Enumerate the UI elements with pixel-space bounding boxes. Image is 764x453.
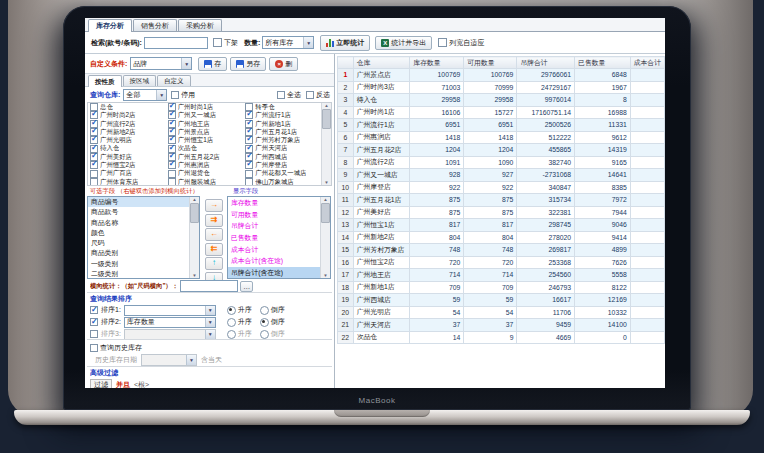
table-row[interactable]: 3待入仓299582995899760148 xyxy=(338,94,665,107)
checkbox-icon[interactable] xyxy=(168,103,176,111)
checkbox-icon[interactable] xyxy=(90,120,98,128)
column-header[interactable]: 吊牌合计 xyxy=(517,57,575,69)
tab-库存分析[interactable]: 库存分析 xyxy=(88,19,132,32)
display-field-item[interactable]: 可用数量 xyxy=(228,209,320,221)
table-row[interactable]: 7广州五月花2店1204120445586514319 xyxy=(338,144,665,157)
scroll-down-icon[interactable]: ▼ xyxy=(324,180,328,185)
filter-tab-自定义[interactable]: 自定义 xyxy=(157,75,191,86)
filter-chip[interactable]: 过滤 xyxy=(90,379,112,389)
scroll-up-icon[interactable]: ▲ xyxy=(324,103,328,108)
remove-all-fields-button[interactable]: ⇇ xyxy=(205,243,223,256)
sort-checkbox[interactable] xyxy=(90,330,98,338)
warehouse-checkbox-item[interactable]: 广州又一城店 xyxy=(166,111,244,119)
run-stats-button[interactable]: 立即统计 xyxy=(320,35,370,51)
checkbox-icon[interactable] xyxy=(90,103,98,111)
table-row[interactable]: 13广州恒宝1店8178172987459046 xyxy=(338,219,665,232)
table-row[interactable]: 11广州五月花1店8758753157347972 xyxy=(338,194,665,207)
table-row[interactable]: 16广州恒宝2店7207202533687626 xyxy=(338,256,665,269)
checkbox-icon[interactable] xyxy=(168,145,176,153)
available-field-item[interactable]: 颜色 xyxy=(88,228,189,238)
descending-radio[interactable]: 倒序 xyxy=(260,317,285,327)
delete-condition-button[interactable]: × 删 xyxy=(269,57,298,71)
available-field-item[interactable]: 二级类别 xyxy=(88,269,189,278)
disabled-warehouse-checkbox[interactable]: 停用 xyxy=(171,90,195,100)
checkbox-icon[interactable] xyxy=(245,170,253,178)
radio-icon[interactable] xyxy=(227,318,236,327)
warehouse-checkbox-item[interactable]: 广州时尚2店 xyxy=(88,111,166,119)
scrollbar-thumb[interactable] xyxy=(190,203,199,223)
checkbox-icon[interactable] xyxy=(90,128,98,136)
tab-销售分析[interactable]: 销售分析 xyxy=(133,19,177,31)
available-field-item[interactable]: 商品名称 xyxy=(88,218,189,228)
radio-icon[interactable] xyxy=(260,306,269,315)
warehouse-checkbox-item[interactable]: 广州芳村万象店 xyxy=(243,136,321,144)
warehouse-checkbox-item[interactable]: 广州五月花2店 xyxy=(166,153,244,161)
scrollbar-thumb[interactable] xyxy=(321,203,330,223)
table-row[interactable]: 10广州摩登店9229223408478385 xyxy=(338,181,665,194)
column-header[interactable]: 库存数量 xyxy=(410,57,464,69)
cross-stat-input[interactable] xyxy=(180,280,238,292)
checkbox-icon[interactable] xyxy=(245,120,253,128)
table-row[interactable]: 1广州景点店100769100769297660616848 xyxy=(338,69,665,82)
table-row[interactable]: 20广州光明店54541170610332 xyxy=(338,306,665,319)
sort-field-select[interactable]: 库存数量▼ xyxy=(124,317,216,328)
table-row[interactable]: 21广州天河店3737945914100 xyxy=(338,319,665,332)
warehouse-checkbox-item[interactable]: 广州花都又一城店 xyxy=(243,169,321,177)
checkbox-icon[interactable] xyxy=(90,111,98,119)
add-field-button[interactable]: → xyxy=(205,199,223,212)
table-row[interactable]: 4广州时尚1店161061572717160751.1416988 xyxy=(338,106,665,119)
checkbox-icon[interactable] xyxy=(168,111,176,119)
warehouse-checkbox-item[interactable]: 广州流行2店 xyxy=(88,120,166,128)
table-row[interactable]: 12广州美好店8758753223817944 xyxy=(338,206,665,219)
checkbox-icon[interactable] xyxy=(168,120,176,128)
checkbox-icon[interactable] xyxy=(168,153,176,161)
save-condition-button[interactable]: 存 xyxy=(198,57,227,71)
table-row[interactable]: 9广州又一城店928927-273106814641 xyxy=(338,169,665,182)
scrollbar-thumb[interactable] xyxy=(322,109,331,129)
move-up-button[interactable]: ↑ xyxy=(205,257,223,270)
warehouse-checkbox-item[interactable]: 广州体育东店 xyxy=(88,178,166,185)
table-row[interactable]: 8广州流行2店109110903827409165 xyxy=(338,156,665,169)
history-checkbox-box[interactable] xyxy=(90,344,98,352)
display-field-item[interactable]: 成本合计(含在途) xyxy=(228,255,320,267)
select-all-box[interactable] xyxy=(277,91,285,99)
display-field-item[interactable]: 吊牌合计(含在途) xyxy=(228,267,320,278)
add-all-fields-button[interactable]: ⇉ xyxy=(205,214,223,227)
offshelf-checkbox[interactable]: 下架 xyxy=(213,38,238,48)
warehouse-checkbox-item[interactable]: 广州新地2店 xyxy=(88,128,166,136)
column-header[interactable]: 仓库 xyxy=(353,57,410,69)
checkbox-icon[interactable] xyxy=(245,178,253,185)
table-row[interactable]: 15广州芳村万象店7487482698174899 xyxy=(338,244,665,257)
checkbox-icon[interactable] xyxy=(90,153,98,161)
qty-select[interactable]: 所有库存 ▼ xyxy=(262,36,314,49)
scroll-down-icon[interactable]: ▼ xyxy=(192,273,196,278)
column-header[interactable]: 成本合计 xyxy=(630,57,664,69)
warehouse-checkbox-item[interactable]: 广州景点店 xyxy=(166,128,244,136)
checkbox-icon[interactable] xyxy=(168,178,176,185)
warehouse-checkbox-item[interactable]: 佛山万象城店 xyxy=(243,178,321,185)
autofit-checkbox-box[interactable] xyxy=(438,38,447,47)
checkbox-icon[interactable] xyxy=(90,178,98,185)
warehouse-checkbox-item[interactable]: 广州西城店 xyxy=(243,153,321,161)
warehouse-checkbox-item[interactable]: 广州五月花1店 xyxy=(243,128,321,136)
disabled-warehouse-box[interactable] xyxy=(171,91,179,99)
filter-tab-按区域[interactable]: 按区域 xyxy=(123,75,157,86)
sort-checkbox[interactable] xyxy=(90,306,98,314)
save-as-condition-button[interactable]: 另存 xyxy=(230,57,266,71)
display-field-item[interactable]: 库存数量 xyxy=(228,197,320,209)
checkbox-icon[interactable] xyxy=(90,136,98,144)
checkbox-icon[interactable] xyxy=(245,103,253,111)
warehouse-checkbox-item[interactable]: 广州新地1店 xyxy=(243,120,321,128)
table-row[interactable]: 6广州惠润店141814185122229612 xyxy=(338,131,665,144)
table-row[interactable]: 5广州流行1店69516951250052611331 xyxy=(338,119,665,132)
scroll-down-icon[interactable]: ▼ xyxy=(323,273,327,278)
filter-tab-按性质[interactable]: 按性质 xyxy=(88,75,122,87)
filter-node[interactable]: <根> xyxy=(134,380,149,389)
warehouse-scope-select[interactable]: 全部 ▼ xyxy=(123,89,167,101)
checkbox-icon[interactable] xyxy=(168,136,176,144)
display-field-item[interactable]: 吊牌合计 xyxy=(228,220,320,232)
available-field-item[interactable]: 商品款号 xyxy=(88,207,189,217)
warehouse-checkbox-item[interactable]: 转季仓 xyxy=(243,103,321,111)
ascending-radio[interactable]: 升序 xyxy=(227,317,252,327)
warehouse-checkbox-item[interactable]: 待入仓 xyxy=(88,144,166,152)
